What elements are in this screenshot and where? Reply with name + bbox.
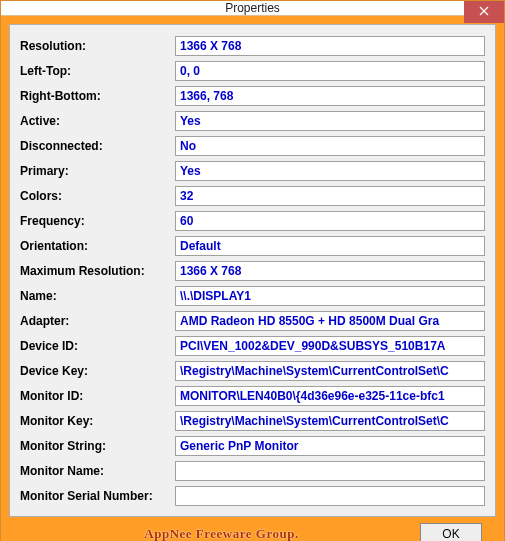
property-label: Adapter: [20,314,175,328]
property-label: Device ID: [20,339,175,353]
property-value[interactable] [175,236,485,256]
property-label: Monitor Serial Number: [20,489,175,503]
footer-branding: AppNee Freeware Group. [23,526,420,541]
property-value[interactable] [175,386,485,406]
property-value[interactable] [175,111,485,131]
property-row: Maximum Resolution: [20,260,485,281]
content-area: Resolution: Left-Top: Right-Bottom: Acti… [1,16,504,541]
footer: AppNee Freeware Group. OK [9,517,496,541]
property-value[interactable] [175,36,485,56]
property-label: Maximum Resolution: [20,264,175,278]
property-row: Adapter: [20,310,485,331]
property-label: Colors: [20,189,175,203]
property-label: Monitor Key: [20,414,175,428]
property-row: Monitor Name: [20,460,485,481]
property-value[interactable] [175,436,485,456]
property-value[interactable] [175,261,485,281]
property-value[interactable] [175,411,485,431]
titlebar: Properties [1,1,504,16]
property-row: Device Key: [20,360,485,381]
property-value[interactable] [175,286,485,306]
property-value[interactable] [175,86,485,106]
property-row: Colors: [20,185,485,206]
property-row: Disconnected: [20,135,485,156]
property-row: Monitor String: [20,435,485,456]
properties-panel: Resolution: Left-Top: Right-Bottom: Acti… [9,24,496,517]
property-value[interactable] [175,61,485,81]
close-icon [479,5,489,19]
property-row: Active: [20,110,485,131]
property-row: Frequency: [20,210,485,231]
property-label: Resolution: [20,39,175,53]
property-row: Name: [20,285,485,306]
properties-window: Properties Resolution: Left-Top: Right-B… [0,0,505,541]
property-row: Resolution: [20,35,485,56]
property-row: Right-Bottom: [20,85,485,106]
property-value[interactable] [175,486,485,506]
property-value[interactable] [175,211,485,231]
property-label: Monitor ID: [20,389,175,403]
property-value[interactable] [175,186,485,206]
property-row: Left-Top: [20,60,485,81]
property-label: Monitor String: [20,439,175,453]
property-row: Monitor ID: [20,385,485,406]
property-label: Monitor Name: [20,464,175,478]
property-label: Active: [20,114,175,128]
property-label: Disconnected: [20,139,175,153]
property-label: Left-Top: [20,64,175,78]
property-label: Frequency: [20,214,175,228]
property-row: Orientation: [20,235,485,256]
property-label: Name: [20,289,175,303]
window-title: Properties [1,1,504,15]
close-button[interactable] [464,1,504,23]
property-label: Orientation: [20,239,175,253]
property-label: Right-Bottom: [20,89,175,103]
property-value[interactable] [175,336,485,356]
property-row: Device ID: [20,335,485,356]
property-label: Primary: [20,164,175,178]
property-value[interactable] [175,311,485,331]
property-row: Monitor Key: [20,410,485,431]
property-value[interactable] [175,161,485,181]
property-value[interactable] [175,361,485,381]
property-row: Monitor Serial Number: [20,485,485,506]
ok-button[interactable]: OK [420,523,482,541]
property-label: Device Key: [20,364,175,378]
property-value[interactable] [175,136,485,156]
property-value[interactable] [175,461,485,481]
property-row: Primary: [20,160,485,181]
